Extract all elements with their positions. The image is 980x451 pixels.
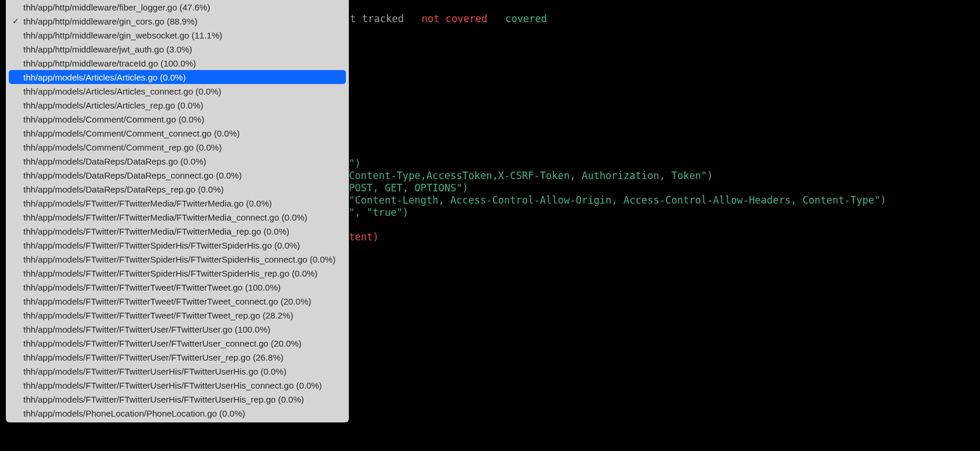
file-dropdown-item[interactable]: thh/app/models/FTwitter/FTwitterUser/FTw…: [6, 350, 349, 364]
file-dropdown-item[interactable]: thh/app/models/DataReps/DataReps_connect…: [6, 168, 349, 182]
legend-not-covered: not covered: [422, 13, 488, 25]
legend-tracked: t tracked: [350, 13, 404, 25]
file-dropdown-item[interactable]: thh/app/models/Comment/Comment_connect.g…: [6, 126, 349, 140]
file-dropdown-item[interactable]: thh/app/models/FTwitter/FTwitterSpiderHi…: [6, 238, 349, 252]
file-dropdown-item[interactable]: thh/app/models/FTwitter/FTwitterUserHis/…: [6, 392, 349, 406]
file-dropdown-item[interactable]: thh/app/models/Comment/Comment_rep.go (0…: [6, 140, 349, 154]
file-dropdown-item[interactable]: thh/app/models/FTwitter/FTwitterUser/FTw…: [6, 322, 349, 336]
file-dropdown-item[interactable]: thh/app/models/Comment/Comment.go (0.0%): [6, 112, 349, 126]
file-dropdown-item[interactable]: thh/app/http/middleware/gin_websocket.go…: [6, 28, 349, 42]
file-dropdown-item[interactable]: thh/app/models/FTwitter/FTwitterSpiderHi…: [6, 266, 349, 280]
file-dropdown-item[interactable]: thh/app/models/Articles/Articles_connect…: [6, 84, 349, 98]
file-dropdown-item[interactable]: thh/app/models/FTwitter/FTwitterMedia/FT…: [6, 224, 349, 238]
file-dropdown-item[interactable]: thh/app/http/middleware/traceId.go (100.…: [6, 56, 349, 70]
file-dropdown-item[interactable]: thh/app/models/FTwitter/FTwitterMedia/FT…: [6, 196, 349, 210]
file-dropdown-item[interactable]: thh/app/models/Articles/Articles.go (0.0…: [9, 70, 346, 84]
file-dropdown-item[interactable]: thh/app/models/FTwitter/FTwitterTweet/FT…: [6, 308, 349, 322]
file-dropdown-item[interactable]: thh/app/models/PhoneLocation/PhoneLocati…: [6, 406, 349, 420]
file-dropdown-item[interactable]: thh/app/http/middleware/gin_cors.go (88.…: [6, 14, 349, 28]
file-dropdown-item[interactable]: thh/app/models/Articles/Articles_rep.go …: [6, 98, 349, 112]
file-dropdown-item[interactable]: thh/app/models/FTwitter/FTwitterSpiderHi…: [6, 252, 349, 266]
file-dropdown-item[interactable]: thh/app/models/DataReps/DataReps.go (0.0…: [6, 154, 349, 168]
file-dropdown-item[interactable]: thh/app/models/FTwitter/FTwitterUserHis/…: [6, 378, 349, 392]
file-dropdown-item[interactable]: thh/app/models/FTwitter/FTwitterTweet/FT…: [6, 294, 349, 308]
file-dropdown-item[interactable]: thh/app/models/DataReps/DataReps_rep.go …: [6, 182, 349, 196]
file-dropdown-item[interactable]: thh/app/http/middleware/fiber_logger.go …: [6, 0, 349, 14]
file-dropdown-item[interactable]: thh/app/models/FTwitter/FTwitterMedia/FT…: [6, 210, 349, 224]
file-dropdown-item[interactable]: thh/app/http/middleware/jwt_auth.go (3.0…: [6, 42, 349, 56]
coverage-legend: t tracked not covered covered: [350, 13, 547, 25]
file-dropdown-item[interactable]: thh/app/models/FTwitter/FTwitterUserHis/…: [6, 364, 349, 378]
file-dropdown-item[interactable]: thh/app/models/FTwitter/FTwitterUser/FTw…: [6, 336, 349, 350]
file-dropdown-item[interactable]: thh/app/models/FTwitter/FTwitterTweet/FT…: [6, 280, 349, 294]
file-dropdown[interactable]: thh/app/http/middleware/fiber_logger.go …: [6, 0, 349, 422]
legend-covered: covered: [505, 13, 547, 25]
